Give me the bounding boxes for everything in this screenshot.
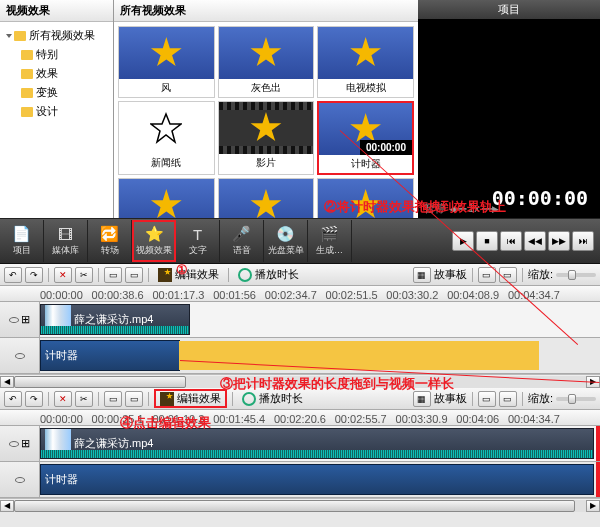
scroll-left[interactable]: ◀ (0, 376, 14, 388)
ruler-tick: 00:02:51.5 (326, 289, 378, 301)
track-body[interactable]: 计时器 (40, 462, 600, 497)
scroll-thumb[interactable] (14, 500, 575, 512)
thumb-preview (219, 179, 314, 218)
tree-item[interactable]: 变换 (18, 83, 109, 102)
redo-button[interactable]: ↷ (25, 267, 43, 283)
scroll-thumb[interactable] (14, 376, 186, 388)
rewind-button[interactable]: ◀◀ (524, 231, 546, 251)
effect-thumb[interactable]: 水镜子 (218, 178, 315, 218)
view-button[interactable]: ▭ (478, 391, 496, 407)
zoom-slider[interactable] (556, 273, 596, 277)
effects-grid: 风灰色出电视模拟新闻纸影片00:00:00计时器宽角度缩放水镜子 (114, 22, 418, 218)
zoom-slider[interactable] (556, 397, 596, 401)
thumb-preview: 00:00:00 (319, 103, 412, 155)
track-body[interactable]: 薛之谦采访.mp4 (40, 302, 600, 337)
scroll-left[interactable]: ◀ (0, 500, 14, 512)
toolbar-项目-button[interactable]: 📄项目 (0, 220, 44, 262)
next-button[interactable]: ⏭ (572, 231, 594, 251)
delete-button[interactable]: ✕ (54, 391, 72, 407)
video-clip[interactable]: 薛之谦采访.mp4 (40, 428, 594, 459)
tree-label: 特别 (36, 47, 58, 62)
track-header[interactable]: ⊞ (0, 302, 40, 337)
tool-button[interactable]: ▭ (125, 267, 143, 283)
toolbar-媒体库-button[interactable]: 🎞媒体库 (44, 220, 88, 262)
clock-icon (242, 392, 256, 406)
effect-name: 计时器 (45, 472, 78, 487)
stop-button[interactable]: ■ (476, 231, 498, 251)
project-header: 项目 (418, 0, 600, 19)
tree-root[interactable]: 所有视频效果 (4, 26, 109, 45)
sidebar-header: 视频效果 (0, 0, 113, 22)
tool-button[interactable]: ▭ (104, 267, 122, 283)
effect-thumb[interactable]: 影片 (218, 101, 315, 175)
duration-button[interactable]: 播放时长 (234, 267, 303, 282)
toolbar-icon: 🔁 (101, 225, 119, 243)
tree-label: 所有视频效果 (29, 28, 95, 43)
effects-tree: 所有视频效果 特别 效果 变换 设计 (0, 22, 113, 125)
undo-button[interactable]: ↶ (4, 391, 22, 407)
h-scrollbar[interactable]: ◀▶ (0, 498, 600, 512)
tree-item[interactable]: 效果 (18, 64, 109, 83)
effect-thumb[interactable]: 新闻纸 (118, 101, 215, 175)
thumb-preview (219, 102, 314, 154)
main-toolbar: 📄项目🎞媒体库🔁转场⭐视频效果T文字🎤语音💿光盘菜单🎬生成… ▶ ■ ⏮ ◀◀ … (0, 218, 600, 264)
forward-button[interactable]: ▶▶ (548, 231, 570, 251)
thumb-label: 风 (159, 79, 173, 97)
thumb-label: 灰色出 (249, 79, 283, 97)
cut-button[interactable]: ✂ (75, 391, 93, 407)
undo-button[interactable]: ↶ (4, 267, 22, 283)
annotation-1: ① (176, 262, 188, 277)
toolbar-label: 文字 (189, 244, 207, 257)
track-header[interactable] (0, 462, 40, 497)
effect-thumb[interactable]: 灰色出 (218, 26, 315, 98)
scroll-right[interactable]: ▶ (586, 500, 600, 512)
effect-thumb[interactable]: 风 (118, 26, 215, 98)
thumb-label: 电视模拟 (344, 79, 388, 97)
project-panel: 项目 00:00:00 暂停 ◀━━ 1x ━━▶ (418, 0, 600, 218)
tree-item[interactable]: 设计 (18, 102, 109, 121)
duration-button[interactable]: 播放时长 (238, 391, 307, 406)
delete-button[interactable]: ✕ (54, 267, 72, 283)
ruler-tick: 00:04:08.9 (447, 289, 499, 301)
cut-button[interactable]: ✂ (75, 267, 93, 283)
track-header[interactable]: ⊞ (0, 426, 40, 461)
tree-item[interactable]: 特别 (18, 45, 109, 64)
toolbar-文字-button[interactable]: T文字 (176, 220, 220, 262)
edit-effect-button[interactable]: 编辑效果 (154, 267, 223, 282)
toolbar-转场-button[interactable]: 🔁转场 (88, 220, 132, 262)
timeline-ruler[interactable]: 00:00:0000:00:38.600:01:17.300:01:5600:0… (0, 286, 600, 302)
story-button[interactable]: ▦ (413, 267, 431, 283)
view-button[interactable]: ▭ (499, 391, 517, 407)
toolbar-光盘菜单-button[interactable]: 💿光盘菜单 (264, 220, 308, 262)
toolbar-label: 语音 (233, 244, 251, 257)
ruler-tick: 00:00:00 (40, 289, 83, 301)
effect-icon (158, 268, 172, 282)
effect-thumb[interactable]: 电视模拟 (317, 26, 414, 98)
effect-clip[interactable]: 计时器 (40, 464, 594, 495)
expand-icon: ⊞ (21, 313, 30, 326)
redo-button[interactable]: ↷ (25, 391, 43, 407)
svg-marker-0 (151, 114, 181, 142)
toolbar-视频效果-button[interactable]: ⭐视频效果 (132, 220, 176, 262)
toolbar-label: 光盘菜单 (268, 244, 304, 257)
toolbar-icon: ⭐ (145, 225, 163, 243)
effect-thumb[interactable]: 00:00:00计时器 (317, 101, 414, 175)
toolbar-生成…-button[interactable]: 🎬生成… (308, 220, 352, 262)
folder-icon (21, 50, 33, 60)
timeline-ruler[interactable]: 00:00:0000:00:35.100:01:10.300:01:45.400… (0, 410, 600, 426)
tree-label: 变换 (36, 85, 58, 100)
toolbar-语音-button[interactable]: 🎤语音 (220, 220, 264, 262)
video-clip[interactable]: 薛之谦采访.mp4 (40, 304, 190, 335)
folder-icon (21, 69, 33, 79)
track-header[interactable] (0, 338, 40, 373)
edit-effect-button[interactable]: 编辑效果 (154, 389, 227, 408)
tool-button[interactable]: ▭ (104, 391, 122, 407)
toolbar-icon: 🎤 (233, 225, 251, 243)
toolbar-label: 媒体库 (52, 244, 79, 257)
project-preview: 00:00:00 (418, 19, 600, 218)
prev-button[interactable]: ⏮ (500, 231, 522, 251)
tool-button[interactable]: ▭ (125, 391, 143, 407)
timeline-2: ↶ ↷ ✕ ✂ ▭ ▭ 编辑效果 播放时长 ▦故事板 ▭ ▭ 缩放: 00:00… (0, 388, 600, 512)
effect-clip[interactable]: 计时器 (40, 340, 180, 371)
effect-thumb[interactable]: 宽角度缩放 (118, 178, 215, 218)
